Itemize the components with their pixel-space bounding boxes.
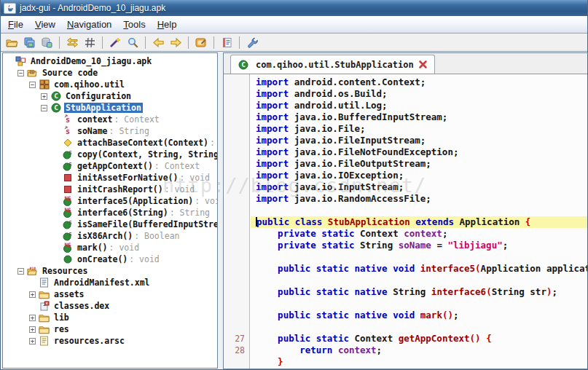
collapse-icon[interactable]: − bbox=[17, 268, 24, 275]
close-icon[interactable] bbox=[418, 60, 428, 69]
code-line[interactable]: public static native void mark(); bbox=[224, 310, 587, 321]
code-line[interactable]: import android.os.Build; bbox=[224, 88, 587, 100]
flatten-packages-button[interactable] bbox=[82, 35, 98, 50]
tree-node[interactable]: NSinterface6(String) : String bbox=[3, 207, 217, 219]
export-button[interactable] bbox=[39, 35, 55, 50]
menu-file[interactable]: File bbox=[2, 17, 29, 32]
tree-node[interactable]: +res bbox=[3, 323, 217, 335]
code-line[interactable]: import java.io.FileOutputStream; bbox=[224, 158, 587, 170]
code-line[interactable]: import android.content.Context; bbox=[224, 76, 587, 88]
code-editor[interactable]: import android.content.Context;import an… bbox=[224, 74, 587, 369]
code-text: import android.os.Build; bbox=[251, 88, 587, 100]
tree-node[interactable]: +CConfiguration bbox=[3, 90, 217, 102]
menu-help[interactable]: Help bbox=[152, 17, 183, 32]
code-line[interactable]: public static native String interface6(S… bbox=[224, 286, 587, 298]
code-line[interactable] bbox=[224, 298, 587, 310]
code-line[interactable] bbox=[224, 321, 587, 333]
settings-button[interactable] bbox=[244, 35, 260, 50]
code-line[interactable]: import java.io.BufferedInputStream; bbox=[224, 111, 587, 123]
tree-node-label: AndroidManifest.xml bbox=[52, 278, 152, 288]
xml-file-icon bbox=[39, 278, 50, 288]
code-text bbox=[251, 275, 587, 286]
tree-node[interactable]: +resources.arsc bbox=[3, 335, 217, 347]
collapse-icon[interactable]: − bbox=[29, 82, 36, 88]
tree-node[interactable]: −com.qihoo.util bbox=[3, 79, 217, 90]
expand-icon[interactable]: + bbox=[29, 291, 36, 298]
back-icon bbox=[152, 37, 165, 48]
code-line[interactable] bbox=[224, 275, 587, 286]
flatten-icon bbox=[85, 37, 95, 48]
tree-node-label: initAssetForNative() bbox=[76, 173, 179, 183]
tree-node-type: : void bbox=[195, 196, 218, 206]
code-line[interactable]: private static Context context; bbox=[224, 228, 587, 240]
preferences-button[interactable] bbox=[193, 35, 209, 50]
menu-view[interactable]: View bbox=[29, 17, 61, 32]
code-line[interactable] bbox=[224, 251, 587, 263]
back-button[interactable] bbox=[150, 35, 166, 50]
svg-text:C: C bbox=[54, 92, 58, 100]
tree-node[interactable]: −Source code bbox=[3, 67, 217, 79]
code-line[interactable]: public static native void interface5(App… bbox=[224, 263, 587, 275]
tree-node[interactable]: +assets bbox=[3, 288, 217, 300]
line-number bbox=[224, 228, 251, 240]
deobfuscation-button[interactable] bbox=[107, 35, 123, 50]
code-line[interactable]: import java.io.FileNotFoundException; bbox=[224, 146, 587, 158]
tree-node[interactable]: Jxclasses.dex bbox=[3, 300, 217, 312]
sync-button[interactable] bbox=[64, 35, 80, 50]
tree-node[interactable]: ssoName : String bbox=[3, 125, 217, 137]
code-line[interactable]: } bbox=[224, 356, 587, 368]
forward-button[interactable] bbox=[168, 35, 184, 50]
folder-icon bbox=[39, 289, 50, 299]
menu-navigation[interactable]: Navigation bbox=[61, 17, 117, 32]
log-viewer-button[interactable] bbox=[219, 35, 235, 50]
code-line[interactable]: import java.io.RandomAccessFile; bbox=[224, 193, 587, 205]
code-line[interactable]: private static String soName = "libjiagu… bbox=[224, 240, 587, 251]
tree-node[interactable]: sisSameFile(BufferedInputStream, Bu bbox=[3, 219, 217, 230]
collapse-icon[interactable]: − bbox=[17, 70, 24, 76]
tree-node[interactable]: −CStubApplication bbox=[3, 102, 217, 114]
code-line[interactable]: import android.util.Log; bbox=[224, 100, 587, 111]
tree-node-label: classes.dex bbox=[52, 301, 111, 311]
forward-icon bbox=[170, 37, 182, 48]
text-search-button[interactable] bbox=[125, 35, 141, 50]
tree-node[interactable]: +lib bbox=[3, 312, 217, 323]
code-text: } bbox=[251, 356, 587, 368]
tree-node[interactable]: sgetAppContext() : Context bbox=[3, 160, 217, 172]
code-line[interactable]: import java.io.IOException; bbox=[224, 170, 587, 181]
method-static-icon: s bbox=[62, 149, 73, 160]
tree-node[interactable]: AndroidDemo_10_jiagu.apk bbox=[3, 55, 217, 67]
editor-tab[interactable]: C com.qihoo.util.StubApplication bbox=[230, 55, 435, 74]
tree-node[interactable]: initAssetForNative() : void bbox=[3, 172, 217, 184]
tree-node[interactable]: NSinterface5(Application) : void bbox=[3, 195, 217, 207]
svg-text:010: 010 bbox=[30, 267, 36, 270]
code-line[interactable] bbox=[224, 205, 587, 216]
apk-icon bbox=[15, 56, 26, 66]
tree-node-label: Resources bbox=[41, 266, 89, 276]
expand-icon[interactable]: + bbox=[41, 93, 47, 100]
code-line[interactable]: import java.io.FileInputStream; bbox=[224, 135, 587, 146]
window-title: jadx-gui - AndroidDemo_10_jiagu.apk bbox=[20, 3, 165, 13]
tree-node[interactable]: scontext : Context bbox=[3, 114, 217, 125]
toolbar bbox=[1, 34, 587, 52]
code-line[interactable]: import java.io.InputStream; bbox=[224, 181, 587, 193]
code-line[interactable]: public class StubApplication extends App… bbox=[224, 216, 587, 228]
expand-icon[interactable]: + bbox=[29, 326, 36, 333]
collapse-icon[interactable]: − bbox=[41, 105, 47, 111]
tree-node[interactable]: −010Resources bbox=[3, 265, 217, 277]
tree-node[interactable]: scopy(Context, String, String, Stri bbox=[3, 149, 217, 160]
menu-tools[interactable]: Tools bbox=[117, 17, 151, 32]
tree-node[interactable]: NSmark() : void bbox=[3, 242, 217, 253]
tree-node[interactable]: onCreate() : void bbox=[3, 253, 217, 265]
code-line[interactable]: import java.io.File; bbox=[224, 123, 587, 135]
expand-icon[interactable]: + bbox=[29, 338, 36, 345]
tree-node[interactable]: sisX86Arch() : Boolean bbox=[3, 230, 217, 242]
code-line[interactable]: 28 return context; bbox=[224, 345, 587, 356]
tree-node[interactable]: AndroidManifest.xml bbox=[3, 277, 217, 288]
expand-icon[interactable]: + bbox=[29, 315, 36, 321]
tree-node[interactable]: initCrashReport() : void bbox=[3, 184, 217, 195]
code-text: import java.io.RandomAccessFile; bbox=[251, 193, 587, 205]
save-all-button[interactable] bbox=[21, 35, 37, 50]
tree-node[interactable]: attachBaseContext(Context) : void bbox=[3, 137, 217, 149]
open-file-button[interactable] bbox=[4, 35, 20, 50]
code-line[interactable]: 27 public static Context getAppContext()… bbox=[224, 333, 587, 345]
